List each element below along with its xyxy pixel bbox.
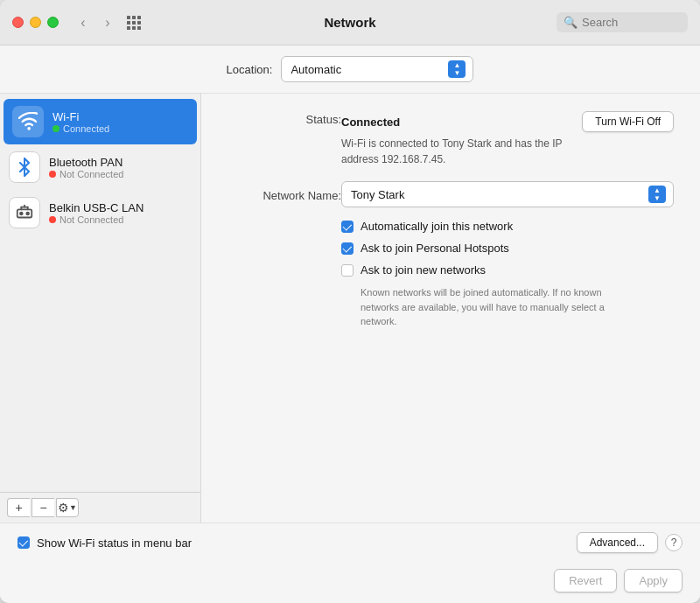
sidebar: Wi-Fi Connected <box>0 94 201 522</box>
titlebar: ‹ › Network 🔍 <box>0 0 700 46</box>
network-name-select[interactable]: Tony Stark ▲ ▼ <box>341 181 674 207</box>
bottom-actions: Advanced... ? <box>577 532 682 553</box>
new-networks-label: Ask to join new networks <box>360 263 486 277</box>
search-icon: 🔍 <box>564 16 578 29</box>
apply-button[interactable]: Apply <box>624 569 682 592</box>
location-select[interactable]: Automatic ▲ ▼ <box>281 56 473 82</box>
bluetooth-info: Bluetooth PAN Not Connected <box>49 156 123 179</box>
wifi-name: Wi-Fi <box>52 110 109 123</box>
auto-join-label: Automatically join this network <box>360 220 513 233</box>
search-input[interactable] <box>582 16 681 29</box>
usb-lan-name: Belkin USB-C LAN <box>49 201 144 214</box>
show-wifi-checkbox[interactable] <box>18 536 30 549</box>
auto-join-row: Automatically join this network <box>341 220 674 233</box>
network-name-row: Network Name: Tony Stark ▲ ▼ <box>228 181 674 207</box>
minimize-button[interactable] <box>30 17 41 28</box>
status-header: Connected Turn Wi-Fi Off <box>341 111 674 132</box>
status-content: Connected Turn Wi-Fi Off Wi-Fi is connec… <box>341 111 674 167</box>
location-arrows-icon: ▲ ▼ <box>448 60 466 78</box>
location-label: Location: <box>227 63 273 76</box>
back-button[interactable]: ‹ <box>73 12 94 33</box>
svg-point-0 <box>27 127 31 130</box>
show-wifi-row: Show Wi-Fi status in menu bar <box>18 536 192 550</box>
traffic-lights <box>12 17 59 28</box>
gear-icon: ⚙ <box>58 501 69 515</box>
status-label: Status: <box>228 111 341 126</box>
usb-lan-status-text: Not Connected <box>60 214 123 225</box>
wifi-icon <box>12 106 44 137</box>
sidebar-item-wifi[interactable]: Wi-Fi Connected <box>4 99 197 144</box>
status-value: Connected <box>341 116 400 129</box>
status-description: Wi-Fi is connected to Tony Stark and has… <box>341 136 586 167</box>
network-select-arrows-icon: ▲ ▼ <box>648 186 666 203</box>
remove-network-button[interactable]: − <box>32 498 54 517</box>
usb-lan-info: Belkin USB-C LAN Not Connected <box>49 201 144 225</box>
bottom-bar: Show Wi-Fi status in menu bar Advanced..… <box>0 522 700 562</box>
wifi-status-text: Connected <box>63 123 109 134</box>
window: ‹ › Network 🔍 Location: Automatic ▲ ▼ <box>0 0 700 603</box>
bluetooth-icon <box>9 151 40 183</box>
wifi-status: Connected <box>52 123 109 134</box>
main-content: Wi-Fi Connected <box>0 94 700 522</box>
maximize-button[interactable] <box>47 17 59 28</box>
personal-hotspot-checkbox[interactable] <box>341 242 354 255</box>
sidebar-item-bluetooth[interactable]: Bluetooth PAN Not Connected <box>0 144 200 190</box>
bluetooth-name: Bluetooth PAN <box>49 156 123 169</box>
usb-lan-icon <box>9 197 40 228</box>
footer-buttons: Revert Apply <box>0 562 700 603</box>
hint-text: Known networks will be joined automatica… <box>360 285 606 329</box>
auto-join-checkbox[interactable] <box>341 221 354 233</box>
new-networks-row: Ask to join new networks <box>341 263 674 277</box>
svg-point-6 <box>20 213 23 215</box>
help-button[interactable]: ? <box>665 534 682 551</box>
turn-wifi-off-button[interactable]: Turn Wi-Fi Off <box>582 111 674 132</box>
sidebar-bottom: + − ⚙ ▼ <box>0 492 200 522</box>
svg-point-7 <box>26 213 29 215</box>
add-network-button[interactable]: + <box>7 498 30 517</box>
personal-hotspot-row: Ask to join Personal Hotspots <box>341 242 674 255</box>
nav-buttons: ‹ › <box>73 12 118 33</box>
revert-button[interactable]: Revert <box>554 569 617 592</box>
advanced-button[interactable]: Advanced... <box>577 532 658 553</box>
new-networks-checkbox[interactable] <box>341 264 354 277</box>
page-title: Network <box>324 15 375 30</box>
bluetooth-status-dot <box>49 171 56 178</box>
chevron-down-icon: ▼ <box>69 503 77 512</box>
close-button[interactable] <box>12 17 24 28</box>
usb-lan-status: Not Connected <box>49 214 144 225</box>
sidebar-item-usb-lan[interactable]: Belkin USB-C LAN Not Connected <box>0 190 200 235</box>
wifi-info: Wi-Fi Connected <box>52 110 109 134</box>
forward-button[interactable]: › <box>97 12 118 33</box>
wifi-status-dot <box>52 125 60 132</box>
gear-button[interactable]: ⚙ ▼ <box>56 498 79 517</box>
bluetooth-status-text: Not Connected <box>60 169 123 179</box>
grid-icon[interactable] <box>127 16 141 30</box>
network-name-value: Tony Stark <box>351 188 404 201</box>
checkboxes-section: Automatically join this network Ask to j… <box>341 220 674 329</box>
detail-panel: Status: Connected Turn Wi-Fi Off Wi-Fi i… <box>201 94 700 522</box>
usb-lan-status-dot <box>49 216 56 223</box>
bluetooth-status: Not Connected <box>49 169 123 179</box>
search-box[interactable]: 🔍 <box>556 12 688 32</box>
location-value: Automatic <box>290 63 341 76</box>
network-name-label: Network Name: <box>228 187 341 202</box>
show-wifi-label: Show Wi-Fi status in menu bar <box>37 536 192 550</box>
network-list: Wi-Fi Connected <box>0 94 200 492</box>
location-bar: Location: Automatic ▲ ▼ <box>0 46 700 94</box>
status-row: Status: Connected Turn Wi-Fi Off Wi-Fi i… <box>228 111 674 167</box>
body: Location: Automatic ▲ ▼ <box>0 46 700 603</box>
personal-hotspot-label: Ask to join Personal Hotspots <box>360 242 509 255</box>
